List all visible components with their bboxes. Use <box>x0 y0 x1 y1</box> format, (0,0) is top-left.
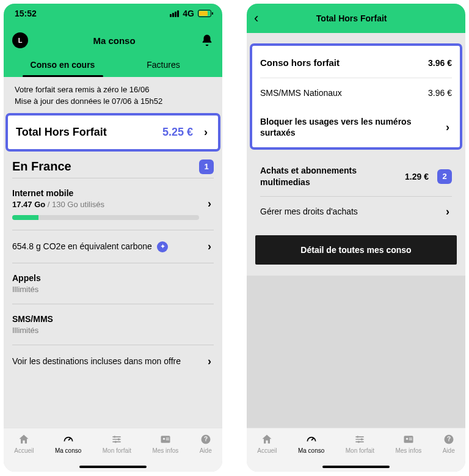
leaf-icon: ✦ <box>157 241 168 252</box>
nav-mon-forfait[interactable]: Mon forfait <box>103 433 131 454</box>
nav-ma-conso[interactable]: Ma conso <box>55 433 81 454</box>
total-label: Total Hors Forfait <box>16 126 107 139</box>
block-surtaxes-row[interactable]: Bloquer les usages vers les numéros surt… <box>260 108 452 138</box>
svg-point-0 <box>114 436 115 438</box>
status-right: 4G <box>170 9 211 18</box>
svg-point-11 <box>358 441 360 443</box>
home-icon <box>261 433 273 445</box>
tab-conso-en-cours[interactable]: Conso en cours <box>12 54 113 77</box>
conso-hf-label: Conso hors forfait <box>260 57 340 68</box>
internet-mobile-row[interactable]: Internet mobile 17.47 Go / 130 Go utilis… <box>12 178 214 230</box>
network-label: 4G <box>183 9 194 18</box>
nav-ma-conso[interactable]: Ma conso <box>298 433 324 454</box>
svg-point-1 <box>118 438 120 440</box>
tabs: Conso en cours Factures <box>12 54 214 77</box>
sms-sub: Illimités <box>12 326 214 335</box>
france-section: En France 1 Internet mobile 17.47 Go / 1… <box>4 159 222 378</box>
svg-text:?: ? <box>447 436 451 442</box>
nav-aide[interactable]: ? Aide <box>443 433 455 454</box>
chevron-right-icon: › <box>205 355 214 368</box>
svg-rect-6 <box>166 439 169 440</box>
sliders-icon <box>354 433 366 445</box>
phone-screen-2: ‹ Total Hors Forfait Conso hors forfait … <box>247 4 465 472</box>
avatar[interactable]: L <box>12 32 28 48</box>
achats-section: Achats et abonnements multimedias 1.29 €… <box>247 148 465 226</box>
destinations-label: Voir les destinations incluses dans mon … <box>12 356 199 367</box>
status-time: 15:52 <box>15 9 37 18</box>
nav-accueil[interactable]: Accueil <box>14 433 34 454</box>
sliders-icon <box>111 433 123 445</box>
appels-row[interactable]: Appels Illimités <box>12 263 214 304</box>
svg-point-10 <box>361 438 363 440</box>
destinations-row[interactable]: Voir les destinations incluses dans mon … <box>12 345 214 378</box>
detail-title: Total Hors Forfait <box>258 13 445 23</box>
screen1-body: Votre forfait sera remis à zéro le 16/06… <box>4 77 222 428</box>
chevron-right-icon: › <box>205 240 214 253</box>
banner-line-1: Votre forfait sera remis à zéro le 16/06 <box>15 84 211 96</box>
svg-rect-15 <box>409 439 412 440</box>
sms-nationaux-price: 3.96 € <box>428 88 452 98</box>
bell-icon[interactable] <box>200 34 214 47</box>
chevron-right-icon: › <box>443 121 452 134</box>
back-icon[interactable]: ‹ <box>254 10 258 26</box>
battery-icon <box>198 10 211 17</box>
phone-screen-1: 15:52 4G L Ma conso Conso en cours Factu… <box>4 4 222 472</box>
step-marker-2: 2 <box>437 169 452 184</box>
app-header: L Ma conso Conso en cours Factures <box>4 23 222 77</box>
detail-toutes-conso-button[interactable]: Détail de toutes mes conso <box>255 235 457 265</box>
appels-sub: Illimités <box>12 285 214 294</box>
achats-label: Achats et abonnements multimedias <box>260 165 370 187</box>
nav-mes-infos[interactable]: Mes infos <box>152 433 178 454</box>
sms-label: SMS/MMS <box>12 314 214 324</box>
svg-rect-14 <box>409 438 412 439</box>
home-indicator <box>79 466 147 468</box>
id-card-icon <box>159 433 172 445</box>
reset-banner: Votre forfait sera remis à zéro le 16/06… <box>4 77 222 115</box>
svg-point-9 <box>357 436 358 438</box>
internet-progress <box>12 215 199 220</box>
step-marker-1: 1 <box>199 159 214 174</box>
help-icon: ? <box>200 433 212 445</box>
bottom-nav: Accueil Ma conso Mon forfait Mes infos ?… <box>247 428 465 472</box>
nav-mon-forfait[interactable]: Mon forfait <box>346 433 374 454</box>
carbon-text: 654.8 g CO2e en équivalent carbone <box>12 241 152 251</box>
chevron-right-icon: › <box>202 126 210 139</box>
svg-text:?: ? <box>204 436 208 442</box>
svg-point-2 <box>115 441 117 443</box>
id-card-icon <box>402 433 415 445</box>
tab-factures[interactable]: Factures <box>113 54 214 77</box>
svg-point-4 <box>163 438 165 440</box>
page-title: Ma conso <box>93 35 135 46</box>
carbon-row[interactable]: 654.8 g CO2e en équivalent carbone ✦ › <box>12 230 214 263</box>
gerer-label: Gérer mes droits d'achats <box>260 207 358 216</box>
help-icon: ? <box>443 433 455 445</box>
sms-row[interactable]: SMS/MMS Illimités <box>12 304 214 345</box>
internet-usage: 17.47 Go / 130 Go utilisés <box>12 200 199 209</box>
internet-label: Internet mobile <box>12 188 199 198</box>
achats-row[interactable]: Achats et abonnements multimedias 1.29 €… <box>260 156 452 196</box>
chevron-right-icon: › <box>205 197 214 210</box>
nav-aide[interactable]: ? Aide <box>200 433 212 454</box>
chevron-right-icon: › <box>443 205 452 218</box>
gauge-icon <box>305 433 318 445</box>
empty-area <box>247 276 465 428</box>
gerer-droits-row[interactable]: Gérer mes droits d'achats › <box>260 197 452 227</box>
conso-hors-forfait-panel: Conso hors forfait 3.96 € SMS/MMS Nation… <box>252 45 460 148</box>
nav-accueil[interactable]: Accueil <box>257 433 277 454</box>
nav-mes-infos[interactable]: Mes infos <box>395 433 421 454</box>
france-title: En France <box>12 159 71 174</box>
svg-point-13 <box>406 438 408 440</box>
detail-header: ‹ Total Hors Forfait <box>247 4 465 33</box>
banner-line-2: Mise à jour des données le 07/06 à 15h52 <box>15 96 211 108</box>
status-bar: 15:52 4G <box>4 4 222 23</box>
appels-label: Appels <box>12 273 214 283</box>
total-hors-forfait-card[interactable]: Total Hors Forfait 5.25 € › <box>7 115 219 150</box>
conso-hf-price: 3.96 € <box>428 58 452 68</box>
signal-icon <box>170 10 179 17</box>
bottom-nav: Accueil Ma conso Mon forfait Mes infos ?… <box>4 428 222 472</box>
home-indicator <box>322 466 390 468</box>
block-surtaxes-label: Bloquer les usages vers les numéros surt… <box>260 116 436 138</box>
home-icon <box>18 433 30 445</box>
svg-rect-5 <box>166 438 169 439</box>
total-price: 5.25 € <box>162 126 193 139</box>
